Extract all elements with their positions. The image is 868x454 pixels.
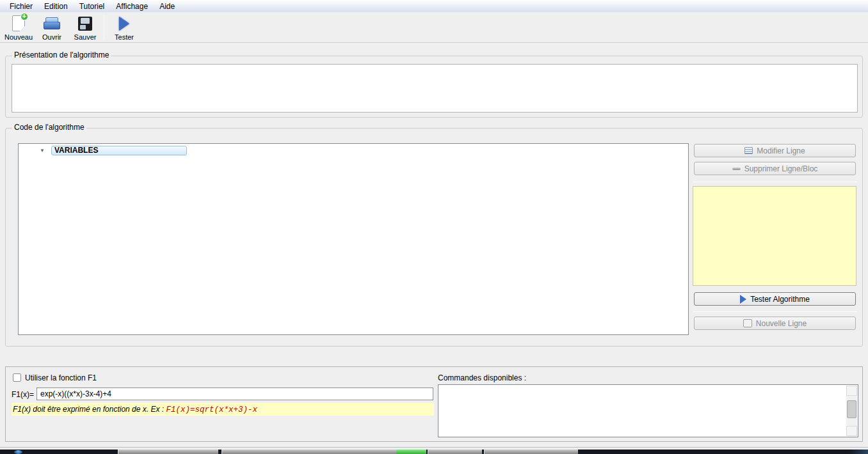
open-body (44, 22, 60, 29)
tree-row[interactable]: ▼VARIABLES (19, 146, 688, 155)
f1-hint-example: F1(x)=sqrt(x*x+3)-x (166, 405, 257, 414)
scroll-down-icon[interactable] (846, 426, 857, 436)
toolbar-separator (104, 15, 104, 40)
plus-badge-icon: + (20, 13, 28, 20)
document-glyph: + (12, 15, 25, 31)
open-lid (45, 17, 58, 22)
menu-item-tutoriel[interactable]: Tutoriel (74, 1, 111, 12)
floppy-label (80, 25, 86, 29)
f1-hint-text: F1(x) doit être exprimé en fonction de x… (13, 405, 166, 414)
commands-title: Commandes disponibles : (438, 373, 526, 382)
menu-item-affichage[interactable]: Affichage (110, 1, 154, 12)
menu-item-edition[interactable]: Edition (38, 1, 74, 12)
commands-scrollbar[interactable] (846, 386, 857, 436)
code-groupbox-title: Code de l'algorithme (12, 123, 86, 132)
use-f1-checkbox[interactable] (13, 373, 21, 382)
new-line-button[interactable]: Nouvelle Ligne (694, 317, 856, 330)
algobox-window: FichierEditionTutorielAffichageAide +Nou… (0, 0, 868, 454)
commands-listbox[interactable] (438, 384, 858, 437)
f1-expression-input[interactable] (36, 387, 433, 400)
toolbar-button-label: Tester (115, 33, 134, 41)
toolbar-button-label: Nouveau (4, 33, 33, 41)
separator (693, 182, 856, 182)
help-box (693, 186, 856, 286)
start-orb-icon[interactable] (14, 450, 22, 454)
f1-hint-note: F1(x) doit être exprimé en fonction de x… (12, 403, 434, 416)
scroll-up-icon[interactable] (846, 386, 857, 396)
taskbar-button[interactable] (484, 450, 578, 454)
toolbar-button-sauver[interactable]: Sauver (68, 14, 102, 42)
floppy-shutter (81, 18, 90, 24)
open-glyph (44, 17, 60, 29)
taskbar (0, 450, 868, 454)
menu-item-aide[interactable]: Aide (154, 1, 181, 12)
toolbar: +NouveauOuvrirSauverTester (0, 12, 868, 43)
window-bottom-edge (0, 447, 868, 448)
algorithm-tree[interactable]: ▼VARIABLES (18, 143, 689, 335)
taskbar-button[interactable] (428, 450, 482, 454)
save-icon (78, 15, 92, 32)
taskbar-button[interactable] (118, 450, 218, 454)
new-document-icon: + (12, 15, 25, 32)
play-glyph (119, 17, 129, 31)
play-icon (119, 15, 129, 32)
minus-icon (732, 168, 741, 170)
toolbar-button-nouveau[interactable]: +Nouveau (2, 14, 35, 42)
delete-line-button[interactable]: Supprimer Ligne/Bloc (694, 162, 856, 175)
new-line-label: Nouvelle Ligne (756, 319, 807, 328)
floppy-glyph (78, 17, 92, 31)
toolbar-button-label: Ouvrir (42, 33, 61, 41)
modify-line-button[interactable]: Modifier Ligne (694, 144, 856, 157)
menu-bar: FichierEditionTutorielAffichageAide (0, 0, 868, 12)
presentation-groupbox-title: Présentation de l'algorithme (12, 51, 111, 59)
modify-line-icon (744, 147, 753, 154)
f1-equals-label: F1(x)= (12, 390, 34, 399)
open-file-icon (44, 15, 60, 32)
modify-line-label: Modifier Ligne (757, 146, 805, 155)
taskbar-button-progress[interactable] (396, 450, 426, 454)
presentation-textarea[interactable] (12, 64, 858, 113)
tree-node-text: VARIABLES (51, 146, 187, 155)
separator (693, 311, 856, 312)
presentation-groupbox: Présentation de l'algorithme (5, 56, 863, 118)
test-algorithm-button[interactable]: Tester Algorithme (694, 292, 856, 306)
expander-icon[interactable]: ▼ (37, 146, 47, 155)
menu-item-fichier[interactable]: Fichier (4, 1, 38, 12)
system-tray (849, 450, 868, 454)
play-icon (740, 295, 746, 304)
tree-row[interactable] (19, 155, 688, 165)
test-algorithm-label: Tester Algorithme (750, 295, 810, 304)
return-icon (743, 319, 752, 327)
use-f1-checkbox-label: Utiliser la fonction F1 (25, 373, 97, 382)
toolbar-button-ouvrir[interactable]: Ouvrir (35, 14, 68, 42)
delete-line-label: Supprimer Ligne/Bloc (744, 164, 818, 173)
toolbar-button-label: Sauver (74, 33, 97, 41)
taskbar-button[interactable] (221, 450, 396, 454)
scrollbar-thumb[interactable] (847, 400, 856, 418)
toolbar-button-tester[interactable]: Tester (108, 14, 141, 42)
